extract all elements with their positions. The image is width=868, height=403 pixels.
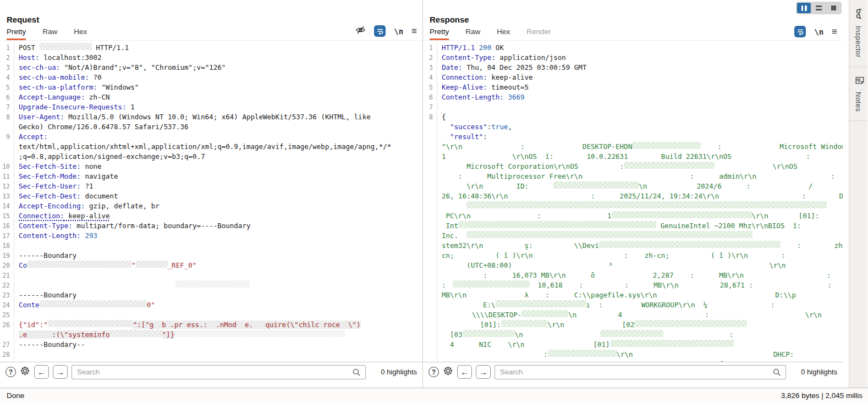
line-number: 10 (0, 162, 14, 172)
line-number: 15 (0, 211, 14, 221)
code-line: 18 (0, 241, 422, 251)
code-line: 17Content-Length: 293 (0, 231, 422, 241)
wrap-icon[interactable] (374, 25, 386, 37)
line-number (423, 201, 437, 211)
line-number (423, 122, 437, 132)
line-number: 12 (0, 181, 14, 191)
response-tab-pretty[interactable]: Pretty (430, 25, 449, 40)
request-tab-hex[interactable]: Hex (74, 25, 87, 40)
hide-eye-icon[interactable] (355, 25, 366, 37)
request-panel: Request Pretty Raw Hex \n ≡ 1POST HTTP/1 (0, 0, 423, 388)
line-number (0, 122, 14, 132)
line-number: 5 (0, 82, 14, 92)
code-line: 16Content-Type: multipart/form-data; bou… (0, 221, 422, 231)
line-number: 9 (0, 132, 14, 142)
response-tab-row: Pretty Raw Hex Render \n ≡ (423, 25, 843, 41)
menu-icon[interactable]: ≡ (411, 26, 417, 37)
code-line: 20Co"_REF_0" (0, 261, 422, 270)
line-number (423, 310, 437, 320)
code-line: 1HTTP/1.1 200 OK (423, 43, 843, 53)
rows-layout-button[interactable] (812, 3, 826, 13)
newline-icon[interactable]: \n (394, 27, 403, 36)
next-match-button[interactable]: → (476, 365, 491, 379)
code-line: 7Upgrade-Insecure-Requests: 1 (0, 102, 422, 112)
response-tab-hex[interactable]: Hex (497, 25, 510, 40)
code-line: 5Keep-Alive: timeout=5 (423, 82, 843, 92)
line-number: 17 (0, 231, 14, 241)
line-number (423, 290, 437, 300)
code-line: Microsoft Corporation\r\nOS : \r\nOS (423, 162, 843, 172)
sidebar-tab-notes[interactable]: Notes (849, 67, 867, 121)
request-tab-pretty[interactable]: Pretty (7, 25, 26, 40)
line-number: 2 (0, 53, 14, 63)
columns-layout-button[interactable] (797, 3, 811, 13)
request-search-input[interactable] (72, 366, 365, 379)
redacted-block (453, 280, 530, 288)
redacted-block (463, 330, 515, 337)
redacted-block (466, 201, 827, 208)
sidebar-tab-inspector[interactable]: Inspector (849, 0, 867, 67)
single-layout-button[interactable] (827, 3, 840, 13)
code-line: ;q=0.8,application/signed-exchange;v=b3;… (0, 152, 422, 162)
redacted-block (634, 320, 747, 327)
code-line: stem32\r\n ş: \\Devi : zh- (423, 241, 843, 251)
request-editor[interactable]: 1POST HTTP/1.12Host: localhost:30023sec-… (0, 41, 422, 362)
code-line: .e :(\"systeminfo"]} (0, 330, 422, 340)
line-number (423, 181, 437, 191)
redacted-block (599, 241, 781, 248)
code-line: 28 (0, 350, 422, 360)
line-number: 24 (0, 300, 14, 310)
wrap-icon[interactable] (794, 26, 806, 37)
line-number (423, 221, 437, 231)
line-number: 19 (0, 251, 14, 261)
line-number: 6 (423, 92, 437, 102)
request-footer-gap (0, 382, 422, 388)
line-number: 23 (0, 290, 14, 300)
redacted-block (48, 320, 133, 327)
line-number (423, 191, 437, 201)
code-line: 8User-Agent: Mozilla/5.0 (Windows NT 10.… (0, 112, 422, 122)
response-search-input[interactable] (495, 366, 785, 379)
line-number (0, 142, 14, 152)
menu-icon[interactable]: ≡ (832, 26, 837, 37)
code-line: Gecko) Chrome/126.0.6478.57 Safari/537.3… (0, 122, 422, 132)
request-search-row: ? ← → 0 highlights (0, 362, 422, 382)
line-number (423, 350, 437, 360)
line-number (423, 211, 437, 221)
code-line: 11Sec-Fetch-Mode: navigate (0, 172, 422, 181)
code-line: MB\r\n λ : C:\\pagefile.sys\r\nD:\\p (423, 290, 843, 300)
line-number: 11 (0, 172, 14, 181)
settings-gear-icon[interactable] (20, 366, 30, 378)
redacted-block (548, 350, 617, 357)
code-line: 26, 16:48:36\r\n : 2025/11/24, 19:34:24\… (423, 191, 843, 201)
help-icon[interactable]: ? (428, 367, 439, 377)
next-match-button[interactable]: → (53, 365, 68, 379)
code-line: "result": (423, 132, 843, 142)
line-number: 25 (0, 310, 14, 320)
scrollbar-gutter (843, 0, 849, 388)
line-number (423, 280, 437, 290)
newline-icon[interactable]: \n (814, 27, 823, 36)
request-header: Request (0, 0, 422, 25)
settings-gear-icon[interactable] (443, 366, 453, 378)
code-line: 8{ (423, 112, 843, 122)
line-number (423, 152, 437, 162)
prev-match-button[interactable]: ← (34, 365, 49, 379)
request-title: Request (7, 15, 39, 24)
response-tab-raw[interactable]: Raw (465, 25, 480, 40)
line-number (0, 152, 14, 162)
code-line: 15Connection: keep-alive (0, 211, 422, 221)
code-line: E:\ı :WORKGROUP\r\n ¼: (423, 300, 843, 310)
prev-match-button[interactable]: ← (457, 365, 472, 379)
redacted-block (40, 300, 147, 307)
code-line: [01]:\r\n[02 (423, 320, 843, 330)
code-line: Inc. (423, 231, 843, 241)
help-icon[interactable]: ? (6, 367, 16, 377)
code-line: 27------Boundary-- (0, 340, 422, 350)
code-line (423, 201, 843, 211)
request-tab-raw[interactable]: Raw (42, 25, 57, 40)
response-tab-render[interactable]: Render (526, 25, 551, 40)
response-editor[interactable]: 1HTTP/1.1 200 OK2Content-Type: applicati… (423, 41, 843, 362)
code-line: \r\n ID: \n 2024/6 : / (423, 181, 843, 191)
line-number: 7 (0, 102, 14, 112)
